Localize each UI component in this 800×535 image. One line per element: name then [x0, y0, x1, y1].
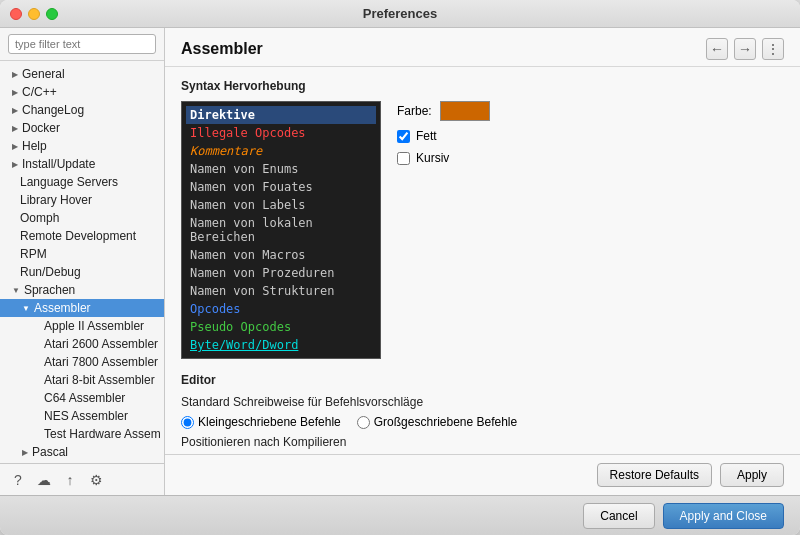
sidebar-item-nes[interactable]: NES Assembler — [0, 407, 164, 425]
gear-icon[interactable]: ⚙ — [86, 470, 106, 490]
sidebar-item-apple-ii[interactable]: Apple II Assembler — [0, 317, 164, 335]
main-content: General C/C++ ChangeLog Docker Help Inst… — [0, 28, 800, 495]
gross-option[interactable]: Großgeschriebene Befehle — [357, 415, 517, 429]
dialog-footer: Cancel Apply and Close — [0, 495, 800, 535]
kursiv-checkbox-row: Kursiv — [397, 151, 490, 165]
main-panel: Assembler ← → ⋮ Syntax Hervorhebung Dire… — [165, 28, 800, 495]
forward-icon[interactable]: → — [734, 38, 756, 60]
sidebar-item-language-servers[interactable]: Language Servers — [0, 173, 164, 191]
farbe-label: Farbe: — [397, 104, 432, 118]
sidebar-item-general[interactable]: General — [0, 65, 164, 83]
sidebar-item-assembler[interactable]: Assembler — [0, 299, 164, 317]
fett-checkbox-row: Fett — [397, 129, 490, 143]
minimize-button[interactable] — [28, 8, 40, 20]
sidebar-item-library-hover[interactable]: Library Hover — [0, 191, 164, 209]
syntax-item-macros[interactable]: Namen von Macros — [186, 246, 376, 264]
sidebar-item-help[interactable]: Help — [0, 137, 164, 155]
traffic-lights — [10, 8, 58, 20]
cloud-icon[interactable]: ☁ — [34, 470, 54, 490]
sidebar-item-install-update[interactable]: Install/Update — [0, 155, 164, 173]
sidebar-item-atari-2600[interactable]: Atari 2600 Assembler — [0, 335, 164, 353]
sidebar-item-remote-development[interactable]: Remote Development — [0, 227, 164, 245]
syntax-item-direktive[interactable]: Direktive — [186, 106, 376, 124]
panel-footer: Restore Defaults Apply — [165, 454, 800, 495]
color-row: Farbe: — [397, 101, 490, 121]
apply-button[interactable]: Apply — [720, 463, 784, 487]
preferences-window: Preferences General C/C++ ChangeLog Dock… — [0, 0, 800, 535]
sidebar-item-test-hw[interactable]: Test Hardware Assem — [0, 425, 164, 443]
syntax-section-label: Syntax Hervorhebung — [181, 79, 784, 93]
close-button[interactable] — [10, 8, 22, 20]
syntax-item-labels[interactable]: Namen von Labels — [186, 196, 376, 214]
help-icon[interactable]: ? — [8, 470, 28, 490]
page-title: Assembler — [181, 40, 263, 58]
syntax-item-comment[interactable]: Kommentare — [186, 142, 376, 160]
syntax-right: Farbe: Fett Kursiv — [397, 101, 490, 359]
syntax-item-lokalen[interactable]: Namen von lokalen Bereichen — [186, 214, 376, 246]
sidebar-item-changelog[interactable]: ChangeLog — [0, 101, 164, 119]
sidebar-item-atari-7800[interactable]: Atari 7800 Assembler — [0, 353, 164, 371]
fett-checkbox[interactable] — [397, 130, 410, 143]
cancel-button[interactable]: Cancel — [583, 503, 654, 529]
apply-close-button[interactable]: Apply and Close — [663, 503, 784, 529]
back-icon[interactable]: ← — [706, 38, 728, 60]
sidebar-item-atari-8bit[interactable]: Atari 8-bit Assembler — [0, 371, 164, 389]
export-icon[interactable]: ↑ — [60, 470, 80, 490]
restore-defaults-button[interactable]: Restore Defaults — [597, 463, 712, 487]
schreibweise-radio-row: Kleingeschriebene Befehle Großgeschriebe… — [181, 415, 784, 429]
syntax-item-illegal[interactable]: Illegale Opcodes — [186, 124, 376, 142]
header-icons: ← → ⋮ — [706, 38, 784, 60]
panel-header: Assembler ← → ⋮ — [165, 28, 800, 67]
sidebar-item-c64[interactable]: C64 Assembler — [0, 389, 164, 407]
menu-icon[interactable]: ⋮ — [762, 38, 784, 60]
klein-label: Kleingeschriebene Befehle — [198, 415, 341, 429]
sidebar-search-container — [0, 28, 164, 61]
schreibweise-label: Standard Schreibweise für Befehlsvorschl… — [181, 395, 784, 409]
syntax-item-strukturen[interactable]: Namen von Strukturen — [186, 282, 376, 300]
sidebar-item-rpm[interactable]: RPM — [0, 245, 164, 263]
sidebar-tree: General C/C++ ChangeLog Docker Help Inst… — [0, 61, 164, 463]
gross-label: Großgeschriebene Befehle — [374, 415, 517, 429]
panel-body: Syntax Hervorhebung Direktive Illegale O… — [165, 67, 800, 454]
syntax-item-byteword[interactable]: Byte/Word/Dword — [186, 336, 376, 354]
color-swatch[interactable] — [440, 101, 490, 121]
kursiv-checkbox[interactable] — [397, 152, 410, 165]
editor-section: Editor Standard Schreibweise für Befehls… — [181, 373, 784, 454]
sidebar-item-docker[interactable]: Docker — [0, 119, 164, 137]
window-title: Preferences — [363, 6, 437, 21]
sidebar-item-oomph[interactable]: Oomph — [0, 209, 164, 227]
syntax-list: Direktive Illegale Opcodes Kommentare Na… — [181, 101, 381, 359]
syntax-item-pseudo[interactable]: Pseudo Opcodes — [186, 318, 376, 336]
klein-radio[interactable] — [181, 416, 194, 429]
sidebar: General C/C++ ChangeLog Docker Help Inst… — [0, 28, 165, 495]
positionieren-label: Positionieren nach Kompilieren — [181, 435, 784, 449]
sidebar-item-pascal[interactable]: Pascal — [0, 443, 164, 461]
syntax-item-opcodes[interactable]: Opcodes — [186, 300, 376, 318]
titlebar: Preferences — [0, 0, 800, 28]
fett-label: Fett — [416, 129, 437, 143]
gross-radio[interactable] — [357, 416, 370, 429]
klein-option[interactable]: Kleingeschriebene Befehle — [181, 415, 341, 429]
syntax-item-enums[interactable]: Namen von Enums — [186, 160, 376, 178]
syntax-box: Direktive Illegale Opcodes Kommentare Na… — [181, 101, 784, 359]
kursiv-label: Kursiv — [416, 151, 449, 165]
search-input[interactable] — [8, 34, 156, 54]
sidebar-item-sprachen[interactable]: Sprachen — [0, 281, 164, 299]
editor-section-label: Editor — [181, 373, 784, 387]
syntax-item-fouates[interactable]: Namen von Fouates — [186, 178, 376, 196]
syntax-item-prozeduren[interactable]: Namen von Prozeduren — [186, 264, 376, 282]
sidebar-footer: ? ☁ ↑ ⚙ — [0, 463, 164, 495]
sidebar-item-run-debug[interactable]: Run/Debug — [0, 263, 164, 281]
maximize-button[interactable] — [46, 8, 58, 20]
sidebar-item-cpp[interactable]: C/C++ — [0, 83, 164, 101]
